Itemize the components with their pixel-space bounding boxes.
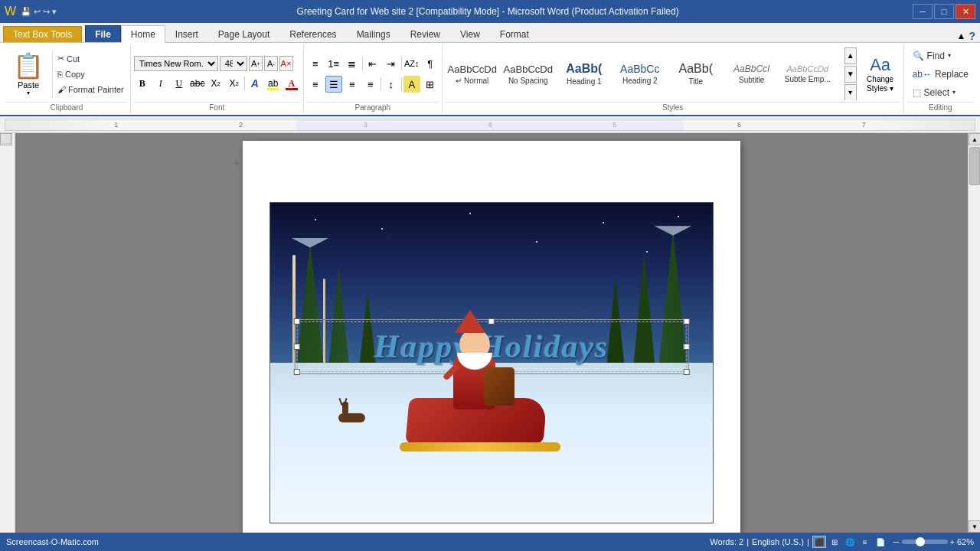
font-size-increase-button[interactable]: A+ <box>249 56 263 71</box>
scroll-left-up-corner[interactable]: ⬜ <box>0 133 12 145</box>
close-button[interactable]: ✕ <box>956 4 975 19</box>
style-heading2-preview: AaBbCc <box>620 63 659 75</box>
style-subtitle[interactable]: AaBbCcI Subtitle <box>725 48 779 100</box>
cut-button[interactable]: ✂ Cut <box>54 53 127 64</box>
styles-scroll-up[interactable]: ▲ <box>844 47 857 64</box>
styles-scroll-more[interactable]: ▾ <box>844 84 857 101</box>
tab-mailings[interactable]: Mailings <box>347 25 400 42</box>
handle-bottom-left[interactable] <box>294 369 300 375</box>
select-button[interactable]: ⬚ Select ▾ <box>907 85 961 100</box>
font-size-select[interactable]: 48 <box>220 56 247 71</box>
copy-button[interactable]: ⎘ Copy <box>54 69 127 80</box>
font-color-button[interactable]: A <box>283 75 300 92</box>
outline-view-btn[interactable]: ≡ <box>858 536 872 548</box>
tab-format[interactable]: Format <box>490 25 539 42</box>
handle-top-left[interactable] <box>294 318 300 324</box>
paragraph-group-label: Paragraph <box>307 102 439 113</box>
scissors-icon: ✂ <box>57 54 64 64</box>
copy-icon: ⎘ <box>57 70 63 79</box>
help-icon[interactable]: ? <box>969 30 975 42</box>
christmas-card-image[interactable]: Happy Holidays <box>270 202 714 523</box>
numbering-button[interactable]: 1≡ <box>325 55 342 72</box>
show-hide-button[interactable]: ¶ <box>422 55 439 72</box>
find-button[interactable]: 🔍 Find ▾ <box>907 48 956 64</box>
styles-group-label: Styles <box>446 102 900 113</box>
scroll-track[interactable] <box>969 145 980 520</box>
clear-format-button[interactable]: A✕ <box>279 56 293 71</box>
style-normal[interactable]: AaBbCcDd ↵ Normal <box>446 48 499 100</box>
paragraph-group: ≡ 1≡ ≣ ⇤ ⇥ AZ↕ ¶ ≡ ☰ ≡ ≡ ↕ A ⊞ <box>304 44 443 113</box>
text-effect-button[interactable]: A <box>247 75 263 92</box>
bullets-button[interactable]: ≡ <box>307 55 324 72</box>
multilevel-button[interactable]: ≣ <box>344 55 361 72</box>
change-styles-button[interactable]: Aa ChangeStyles ▾ <box>861 51 900 97</box>
align-right-button[interactable]: ≡ <box>344 76 361 93</box>
scroll-up-button[interactable]: ▲ <box>969 133 980 145</box>
find-icon: 🔍 <box>913 51 924 61</box>
style-subtle-emp-preview: AaBbCcDd <box>787 64 828 73</box>
align-left-button[interactable]: ≡ <box>307 76 324 93</box>
style-title[interactable]: AaBb( Title <box>669 48 723 100</box>
format-painter-button[interactable]: 🖌 Format Painter <box>54 84 127 95</box>
zoom-slider-track[interactable] <box>902 540 948 544</box>
ribbon-collapse-btn[interactable]: ▲ <box>957 31 966 41</box>
decrease-indent-button[interactable]: ⇤ <box>364 55 381 72</box>
strikethrough-button[interactable]: abc <box>189 75 206 92</box>
font-size-decrease-button[interactable]: A- <box>264 56 278 71</box>
shading-button[interactable]: A <box>403 76 420 93</box>
justify-button[interactable]: ≡ <box>362 76 379 93</box>
bold-button[interactable]: B <box>134 75 151 92</box>
clipboard-group-label: Clipboard <box>6 102 127 113</box>
tab-textbox-tools[interactable]: Text Box Tools <box>3 26 82 42</box>
align-center-button[interactable]: ☰ <box>325 76 342 93</box>
styles-scroll-controls: ▲ ▼ ▾ <box>844 47 857 100</box>
tab-view[interactable]: View <box>450 25 490 42</box>
increase-indent-button[interactable]: ⇥ <box>383 55 400 72</box>
web-layout-btn[interactable]: 🌐 <box>843 536 857 548</box>
status-bar: Screencast-O-Matic.com Words: 2 | Englis… <box>0 533 980 551</box>
handle-middle-right[interactable] <box>683 344 689 350</box>
minimize-button[interactable]: ─ <box>913 4 933 19</box>
scroll-down-button[interactable]: ▼ <box>969 520 980 533</box>
maximize-button[interactable]: □ <box>934 4 954 19</box>
underline-button[interactable]: U <box>171 75 188 92</box>
tab-home[interactable]: Home <box>121 25 165 43</box>
zoom-slider-thumb[interactable] <box>916 537 925 546</box>
borders-button[interactable]: ⊞ <box>422 76 439 93</box>
scroll-thumb[interactable] <box>969 147 980 185</box>
sort-button[interactable]: AZ↕ <box>403 55 420 72</box>
tab-file[interactable]: File <box>85 25 121 42</box>
line-spacing-button[interactable]: ↕ <box>383 76 400 93</box>
zoom-in-icon[interactable]: + <box>950 537 955 546</box>
tab-insert[interactable]: Insert <box>165 25 208 42</box>
find-dropdown-icon: ▾ <box>948 52 951 59</box>
italic-button[interactable]: I <box>152 75 169 92</box>
star3 <box>469 213 471 214</box>
full-screen-btn[interactable]: ⊞ <box>828 536 841 548</box>
handle-bottom-right[interactable] <box>683 369 689 375</box>
tab-review[interactable]: Review <box>400 25 450 42</box>
status-separator1: | <box>746 537 749 546</box>
superscript-button[interactable]: X2 <box>226 75 243 92</box>
handle-middle-left[interactable] <box>294 344 300 350</box>
style-no-spacing[interactable]: AaBbCcDd No Spacing <box>501 48 555 100</box>
tab-page-layout[interactable]: Page Layout <box>208 25 279 42</box>
print-layout-btn[interactable]: ⬛ <box>812 536 826 548</box>
paste-button[interactable]: 📋 Paste ▾ <box>6 47 51 100</box>
tab-references[interactable]: References <box>279 25 346 42</box>
style-heading1[interactable]: AaBb( Heading 1 <box>557 48 611 100</box>
draft-view-btn[interactable]: 📄 <box>874 536 887 548</box>
font-name-select[interactable]: Times New Rom... <box>134 56 218 71</box>
paste-dropdown[interactable]: ▾ <box>27 90 30 96</box>
style-heading2[interactable]: AaBbCc Heading 2 <box>613 48 667 100</box>
zoom-out-icon[interactable]: ─ <box>893 537 900 546</box>
reindeer-body <box>338 413 365 422</box>
styles-scroll-down[interactable]: ▼ <box>844 66 857 83</box>
add-content-icon[interactable]: + <box>234 157 240 169</box>
replace-button[interactable]: ab↔ Replace <box>907 67 974 82</box>
handle-top-right[interactable] <box>683 318 689 324</box>
highlight-button[interactable]: ab <box>265 75 282 92</box>
change-styles-icon: Aa <box>870 55 890 75</box>
style-subtle-emp[interactable]: AaBbCcDd Subtle Emp... <box>781 48 835 100</box>
subscript-button[interactable]: X2 <box>207 75 224 92</box>
